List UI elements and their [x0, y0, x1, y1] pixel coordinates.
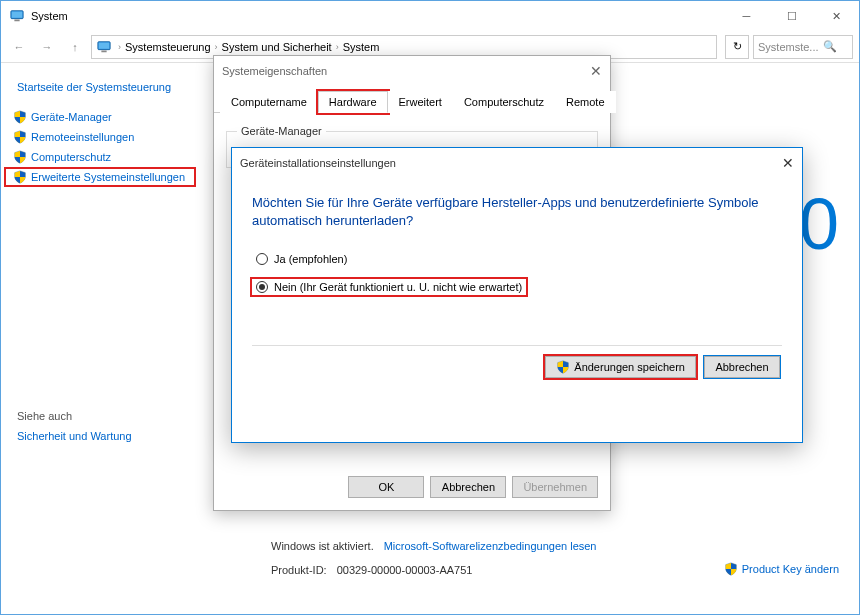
- minimize-button[interactable]: ─: [724, 1, 769, 31]
- radio-icon: [256, 281, 268, 293]
- shield-icon: [13, 170, 27, 184]
- sidebar-item-advanced-settings[interactable]: Erweiterte Systemeinstellungen: [5, 168, 195, 186]
- cancel-button[interactable]: Abbrechen: [704, 356, 780, 378]
- group-label: Geräte-Manager: [237, 125, 326, 137]
- change-product-key-link[interactable]: Product Key ändern: [724, 562, 839, 576]
- see-also-heading: Siehe auch: [1, 406, 201, 426]
- sidebar-item-system-protection[interactable]: Computerschutz: [1, 147, 201, 167]
- search-placeholder: Systemste...: [758, 41, 819, 53]
- change-product-key-label: Product Key ändern: [742, 563, 839, 575]
- product-id-value: 00329-00000-00003-AA751: [337, 564, 473, 576]
- tab-strip: Computername Hardware Erweitert Computer…: [214, 90, 610, 113]
- close-icon[interactable]: ✕: [590, 63, 602, 79]
- tab-advanced[interactable]: Erweitert: [388, 91, 453, 113]
- ok-button[interactable]: OK: [348, 476, 424, 498]
- sidebar-item-remote-settings[interactable]: Remoteeinstellungen: [1, 127, 201, 147]
- sidebar-item-label: Computerschutz: [31, 151, 111, 163]
- sidebar-item-label: Remoteeinstellungen: [31, 131, 134, 143]
- maximize-button[interactable]: ☐: [769, 1, 814, 31]
- sidebar-item-label: Geräte-Manager: [31, 111, 112, 123]
- search-icon: 🔍: [823, 40, 837, 53]
- breadcrumb-item[interactable]: System und Sicherheit: [222, 41, 332, 53]
- close-icon[interactable]: ✕: [782, 155, 794, 171]
- back-button[interactable]: ←: [7, 35, 31, 59]
- control-panel-home-link[interactable]: Startseite der Systemsteuerung: [1, 77, 201, 97]
- dialog-title: Systemeigenschaften: [222, 65, 590, 77]
- breadcrumb-item[interactable]: Systemsteuerung: [125, 41, 211, 53]
- breadcrumb-item[interactable]: System: [343, 41, 380, 53]
- sidebar: Startseite der Systemsteuerung Geräte-Ma…: [1, 63, 201, 614]
- dialog-titlebar[interactable]: Geräteinstallationseinstellungen ✕: [232, 148, 802, 178]
- chevron-right-icon: ›: [215, 42, 218, 52]
- system-icon: [9, 8, 25, 24]
- radio-label: Ja (empfohlen): [274, 253, 347, 265]
- sidebar-item-device-manager[interactable]: Geräte-Manager: [1, 107, 201, 127]
- windows-version-glyph: 0: [799, 183, 839, 265]
- forward-button[interactable]: →: [35, 35, 59, 59]
- tab-remote[interactable]: Remote: [555, 91, 616, 113]
- dialog-title: Geräteinstallationseinstellungen: [240, 157, 782, 169]
- close-button[interactable]: ✕: [814, 1, 859, 31]
- radio-label: Nein (Ihr Gerät funktioniert u. U. nicht…: [274, 281, 522, 293]
- shield-icon: [13, 110, 27, 124]
- product-id-label: Produkt-ID:: [271, 564, 327, 576]
- license-terms-link[interactable]: Microsoft-Softwarelizenzbedingungen lese…: [384, 540, 597, 552]
- shield-icon: [13, 130, 27, 144]
- chevron-right-icon: ›: [118, 42, 121, 52]
- shield-icon: [556, 360, 570, 374]
- see-also-link[interactable]: Sicherheit und Wartung: [1, 426, 201, 446]
- refresh-button[interactable]: ↻: [725, 35, 749, 59]
- shield-icon: [13, 150, 27, 164]
- search-input[interactable]: Systemste... 🔍: [753, 35, 853, 59]
- chevron-right-icon: ›: [336, 42, 339, 52]
- save-label: Änderungen speichern: [574, 361, 685, 373]
- window-title: System: [31, 10, 724, 22]
- dialog-question: Möchten Sie für Ihre Geräte verfügbare H…: [252, 194, 782, 229]
- tab-computername[interactable]: Computername: [220, 91, 318, 113]
- divider: [252, 345, 782, 346]
- breadcrumb-icon: [94, 40, 114, 54]
- save-changes-button[interactable]: Änderungen speichern: [545, 356, 696, 378]
- radio-yes[interactable]: Ja (empfohlen): [252, 251, 782, 267]
- tab-system-protection[interactable]: Computerschutz: [453, 91, 555, 113]
- dialog-titlebar[interactable]: Systemeigenschaften ✕: [214, 56, 610, 86]
- cancel-button[interactable]: Abbrechen: [430, 476, 506, 498]
- radio-no[interactable]: Nein (Ihr Gerät funktioniert u. U. nicht…: [252, 279, 526, 295]
- apply-button: Übernehmen: [512, 476, 598, 498]
- radio-icon: [256, 253, 268, 265]
- activation-status: Windows ist aktiviert.: [271, 540, 374, 552]
- sidebar-item-label: Erweiterte Systemeinstellungen: [31, 171, 185, 183]
- window-titlebar: System ─ ☐ ✕: [1, 1, 859, 31]
- tab-hardware[interactable]: Hardware: [318, 91, 388, 113]
- shield-icon: [724, 562, 738, 576]
- device-installation-settings-dialog: Geräteinstallationseinstellungen ✕ Möcht…: [231, 147, 803, 443]
- up-button[interactable]: ↑: [63, 35, 87, 59]
